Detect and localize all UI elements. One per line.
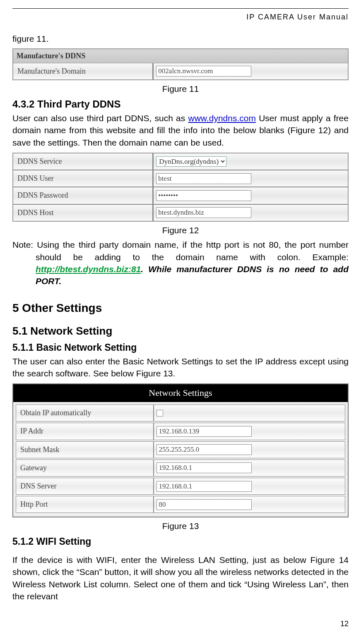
dyndns-link[interactable]: www.dyndns.com bbox=[188, 113, 256, 123]
heading-5-1-1: 5.1.1 Basic Network Setting bbox=[12, 341, 349, 354]
para-432: User can also use third part DDNS, such … bbox=[12, 112, 349, 148]
subnet-mask-input[interactable] bbox=[156, 444, 252, 455]
fig12-row1-cell bbox=[154, 170, 348, 187]
heading-5-1: 5.1 Network Setting bbox=[12, 323, 349, 338]
fig13-row2-cell bbox=[154, 442, 345, 458]
figure-13-caption: Figure 13 bbox=[12, 520, 349, 532]
fig13-row1-cell bbox=[154, 423, 345, 439]
ip-addr-input[interactable] bbox=[156, 426, 252, 437]
heading-4-3-2: 4.3.2 Third Party DDNS bbox=[12, 97, 349, 111]
fig11-row0-cell bbox=[154, 63, 348, 79]
fig12-row2-label: DDNS Password bbox=[13, 187, 154, 203]
gateway-input[interactable] bbox=[156, 462, 252, 473]
table-row: DDNS Service DynDns.org(dyndns) bbox=[13, 153, 348, 170]
ddns-password-input[interactable] bbox=[156, 190, 251, 201]
note-text1: Using the third party domain name, if th… bbox=[36, 240, 349, 261]
heading-5-1-2: 5.1.2 WIFI Setting bbox=[12, 535, 349, 548]
fig12-row0-cell: DynDns.org(dyndns) bbox=[154, 153, 348, 170]
fig12-row3-cell bbox=[154, 205, 348, 221]
figure-13-table: Network Settings Obtain IP automatically… bbox=[12, 383, 349, 517]
dns-server-input[interactable] bbox=[156, 481, 252, 492]
fig13-row1-label: IP Addr bbox=[16, 423, 154, 439]
fig13-row3-cell bbox=[154, 460, 345, 476]
fig12-row1-label: DDNS User bbox=[13, 170, 154, 187]
fig13-row0-label: Obtain IP automatically bbox=[16, 405, 154, 421]
note-paragraph: Note: Using the third party domain name,… bbox=[12, 239, 349, 287]
table-row: DDNS Host bbox=[13, 205, 348, 221]
fig12-row2-cell bbox=[154, 187, 348, 203]
table-row: Gateway bbox=[16, 460, 345, 476]
page-number: 12 bbox=[12, 619, 349, 629]
fig13-row4-cell bbox=[154, 478, 345, 494]
page-header: IP CAMERA User Manual bbox=[12, 8, 349, 22]
fig13-row3-label: Gateway bbox=[16, 460, 154, 476]
table-row: DDNS Password bbox=[13, 187, 348, 204]
fig11-row0-label: Manufacture's Domain bbox=[13, 63, 154, 79]
http-port-input[interactable] bbox=[156, 499, 252, 510]
para-432-pre: User can also use third part DDNS, such … bbox=[12, 113, 188, 123]
fig12-row3-label: DDNS Host bbox=[13, 205, 154, 221]
para-511: The user can also enter the Basic Networ… bbox=[12, 355, 349, 380]
note-prefix: Note: bbox=[12, 240, 37, 249]
heading-5: 5 Other Settings bbox=[12, 300, 349, 316]
table-row: Http Port bbox=[16, 496, 345, 513]
fig12-row0-label: DDNS Service bbox=[13, 153, 154, 170]
fig13-row5-label: Http Port bbox=[16, 496, 154, 512]
table-row: DDNS User bbox=[13, 170, 348, 187]
fig13-row4-label: DNS Server bbox=[16, 478, 154, 494]
ddns-host-input[interactable] bbox=[156, 207, 251, 218]
ddns-service-select[interactable]: DynDns.org(dyndns) bbox=[156, 156, 226, 167]
figure-12-table: DDNS Service DynDns.org(dyndns) DDNS Use… bbox=[12, 153, 349, 222]
figure-12-caption: Figure 12 bbox=[12, 224, 349, 236]
fig13-row5-cell bbox=[154, 496, 345, 512]
figure-11-caption: Figure 11 bbox=[12, 83, 349, 95]
table-row: Manufacture's Domain bbox=[13, 63, 348, 79]
fig13-row0-cell bbox=[154, 405, 345, 421]
manufacture-domain-input[interactable] bbox=[156, 66, 251, 77]
table-row: Subnet Mask bbox=[16, 441, 345, 458]
table-row: DNS Server bbox=[16, 478, 345, 495]
fig13-title: Network Settings bbox=[13, 384, 348, 402]
figure-11-ref: figure 11. bbox=[12, 33, 349, 45]
fig13-row2-label: Subnet Mask bbox=[16, 442, 154, 458]
fig11-title: Manufacture's DDNS bbox=[13, 49, 348, 63]
table-row: Obtain IP automatically bbox=[16, 405, 345, 421]
figure-11-table: Manufacture's DDNS Manufacture's Domain bbox=[12, 48, 349, 80]
para-512: If the device is with WIFI, enter the Wi… bbox=[12, 554, 349, 603]
ddns-user-input[interactable] bbox=[156, 173, 251, 184]
example-url-link[interactable]: http://btest.dyndns.biz:81 bbox=[36, 264, 141, 274]
obtain-ip-checkbox[interactable] bbox=[156, 410, 163, 417]
table-row: IP Addr bbox=[16, 423, 345, 440]
